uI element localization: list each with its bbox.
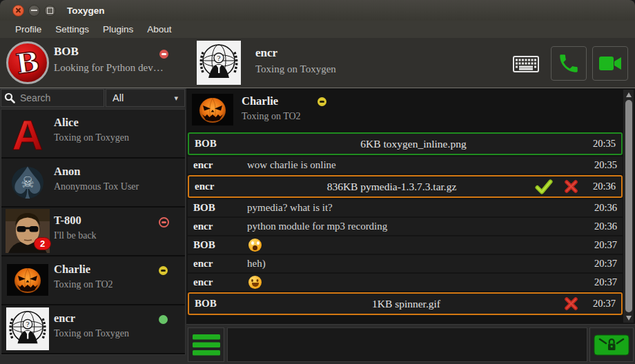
contact-status-message: Toxing on Toxygen <box>54 328 129 339</box>
search-icon <box>4 92 15 103</box>
scroll-down-icon[interactable] <box>623 313 634 323</box>
message-time: 20:36 <box>589 221 623 232</box>
contact-status-message: I'll be back <box>54 230 97 241</box>
contact-status-message: Anonymous Tox User <box>54 181 139 192</box>
minimize-icon[interactable] <box>28 5 40 17</box>
message-row: encrwow charlie is online20:35 <box>188 156 623 174</box>
send-button[interactable] <box>594 334 629 356</box>
message-row: encrpython module for mp3 recording20:36 <box>188 218 623 235</box>
chevron-down-icon: ▾ <box>174 94 178 103</box>
message-sender: BOB <box>188 239 247 251</box>
self-name: BOB <box>54 45 79 59</box>
message-row: BOBpymedia? what is it?20:36 <box>188 199 623 216</box>
contact-list: AAliceToxing on Toxygen♠☠AnonAnonymous T… <box>1 109 186 355</box>
online-status-icon <box>159 315 168 324</box>
accept-file-button[interactable] <box>535 179 553 194</box>
chat-peer-name: Charlie <box>242 94 278 108</box>
maximize-icon[interactable] <box>44 5 56 17</box>
scrollbar-thumb[interactable] <box>625 100 632 312</box>
message-time: 20:37 <box>588 298 621 310</box>
close-icon[interactable] <box>12 5 24 17</box>
message-text: pymedia? what is it? <box>247 202 589 214</box>
message-text <box>247 239 589 252</box>
contact-row-anon[interactable]: ♠☠AnonAnonymous Tox User <box>1 159 185 206</box>
svg-text:B: B <box>14 45 41 80</box>
self-status-message: Looking for Python dev… <box>54 62 164 74</box>
left-panel: All ▾ AAliceToxing on Toxygen♠☠AnonAnony… <box>0 88 186 364</box>
file-transfer-row: encr836KB pymedia-1.3.7.3.tar.gz20:36 <box>188 175 623 198</box>
unread-badge: 2 <box>34 237 51 250</box>
message-time: 20:36 <box>589 202 623 214</box>
message-time: 20:37 <box>589 258 623 270</box>
titlebar: Toxygen <box>0 0 635 21</box>
search-row: All ▾ <box>0 88 186 108</box>
video-camera-icon <box>597 53 623 74</box>
message-row: BOB20:37 <box>188 236 623 254</box>
message-sender: encr <box>188 276 247 288</box>
search-input[interactable] <box>19 92 104 104</box>
message-row: encrheh)20:37 <box>188 255 623 272</box>
message-sender: encr <box>188 221 247 232</box>
keyboard-icon[interactable] <box>513 56 539 75</box>
menubar: Profile Settings Plugins About <box>0 21 635 38</box>
message-time: 20:35 <box>589 159 623 171</box>
contact-status-message: Toxing on Toxygen <box>54 132 129 143</box>
file-transfer-label: 6KB toxygen_inline.png <box>248 138 578 150</box>
message-time: 20:37 <box>589 239 623 251</box>
active-chat-status-message: Toxing on Toxygen <box>255 63 336 75</box>
pumpkin-avatar <box>6 258 50 302</box>
svg-text:?: ? <box>217 54 220 62</box>
message-list: BOB6KB toxygen_inline.png20:35encrwow ch… <box>188 132 623 316</box>
shocked-emoji-icon <box>248 239 262 252</box>
video-call-button[interactable] <box>592 46 628 81</box>
chat-peer-status-message: Toxing on TO2 <box>242 111 301 122</box>
menu-about[interactable]: About <box>140 22 178 37</box>
message-input[interactable] <box>227 327 587 362</box>
busy-status-icon <box>159 50 168 59</box>
file-actions <box>564 296 578 311</box>
decline-file-button[interactable] <box>564 296 578 311</box>
decline-file-button[interactable] <box>564 179 578 194</box>
svg-text:?: ? <box>26 321 29 328</box>
encrypted-send-icon <box>594 334 629 356</box>
contact-name: T-800 <box>54 214 81 228</box>
message-time: 20:35 <box>588 138 621 150</box>
spade-skull-avatar: ♠☠ <box>6 160 50 204</box>
contact-row-alice[interactable]: AAliceToxing on Toxygen <box>1 110 185 157</box>
message-text <box>247 276 589 289</box>
message-menu-button[interactable] <box>188 327 224 362</box>
contact-row-t-800[interactable]: T-800I'll be back2 <box>1 208 185 255</box>
toxygen-window: Toxygen Profile Settings Plugins About B… <box>0 0 635 364</box>
scroll-up-icon[interactable] <box>623 90 634 99</box>
contact-filter-dropdown[interactable]: All ▾ <box>106 89 185 107</box>
file-transfer-row: BOB6KB toxygen_inline.png20:35 <box>188 132 623 155</box>
message-sender: encr <box>188 258 247 270</box>
svg-text:A: A <box>12 111 43 155</box>
bob-logo-avatar[interactable]: B <box>6 41 50 85</box>
menu-plugins[interactable]: Plugins <box>96 22 140 37</box>
send-button-area <box>589 327 634 362</box>
anonymous-mask-avatar: ? <box>6 307 50 351</box>
contact-status-message: Toxing on TO2 <box>54 279 113 290</box>
contact-row-charlie[interactable]: CharlieToxing on TO2 <box>1 256 185 304</box>
chat-scrollbar[interactable] <box>623 90 634 323</box>
message-sender: encr <box>189 181 248 192</box>
busy-status-icon <box>159 217 169 228</box>
self-profile-card: B BOB Looking for Python dev… <box>0 38 186 88</box>
file-actions <box>535 179 578 194</box>
menu-profile[interactable]: Profile <box>8 22 48 37</box>
smile-emoji-icon <box>248 276 262 289</box>
message-row: encr20:37 <box>188 274 623 291</box>
message-text: python module for mp3 recording <box>247 221 589 232</box>
audio-call-button[interactable] <box>551 46 587 81</box>
header: B BOB Looking for Python dev… ? <box>0 38 635 88</box>
composer <box>186 324 635 364</box>
search-box <box>1 89 104 107</box>
message-sender: encr <box>188 159 247 171</box>
message-time: 20:37 <box>589 276 623 288</box>
chat-peer-header: Charlie Toxing on TO2 <box>188 90 621 131</box>
message-text: wow charlie is online <box>247 159 589 171</box>
contact-row-encr[interactable]: ?encrToxing on Toxygen <box>1 305 185 353</box>
menu-settings[interactable]: Settings <box>48 22 96 37</box>
message-sender: BOB <box>188 202 247 214</box>
